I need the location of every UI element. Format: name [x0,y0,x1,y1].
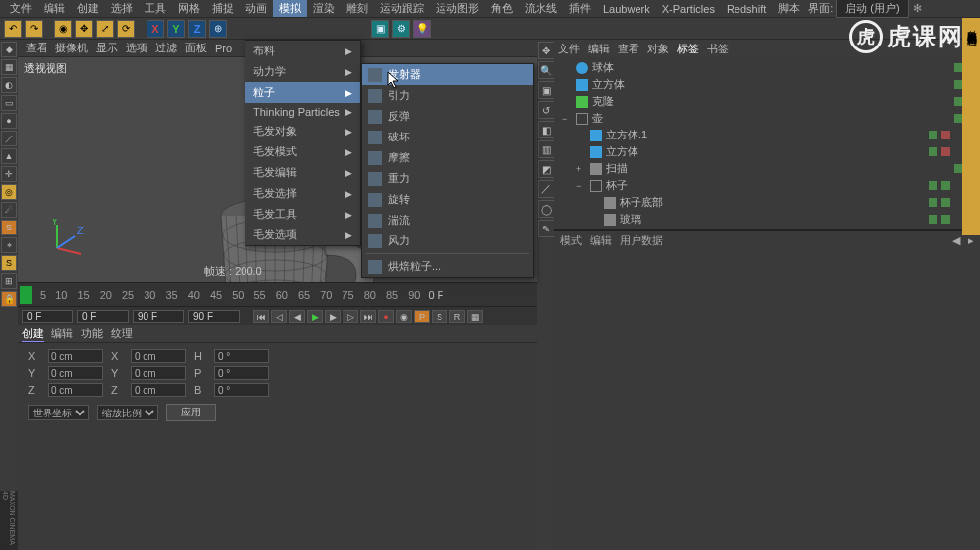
key-rot-icon[interactable]: R [449,310,465,323]
space-select[interactable]: 世界坐标 [28,405,89,420]
viewport-solo-icon[interactable]: ☄ [1,202,17,218]
object-item[interactable]: 克隆 [558,93,976,110]
range-start[interactable] [22,310,73,323]
menu-item[interactable]: 毛发工具▶ [245,204,360,225]
om-edit[interactable]: 编辑 [588,42,610,56]
zoom-icon[interactable]: 🔍 [538,61,555,79]
menu-character[interactable]: 角色 [485,0,519,17]
submenu-item[interactable]: 反弹 [362,106,533,127]
range-end[interactable] [188,310,240,323]
axis-x-toggle[interactable]: X [147,20,164,38]
workplane-lock-icon[interactable]: S [1,255,17,271]
submenu-item[interactable]: 重力 [362,168,533,189]
menu-item[interactable]: 粒子▶ [245,82,360,103]
menu-plugins[interactable]: 插件 [563,0,597,17]
knife-icon[interactable]: ／ [538,180,555,198]
size-x[interactable] [131,349,186,363]
am-nav-fwd-icon[interactable]: ▸ [968,234,974,247]
edge-mode-icon[interactable]: ／ [1,131,17,146]
om-file[interactable]: 文件 [558,42,580,56]
frame-icon[interactable]: ▣ [538,81,555,99]
axis-mode-icon[interactable]: ✛ [1,166,17,182]
select-live-icon[interactable]: ◉ [54,20,72,38]
bulb-icon[interactable]: 💡 [413,20,431,38]
scale-select[interactable]: 缩放比例 [97,405,158,420]
am-mode[interactable]: 模式 [560,233,582,248]
tab-create[interactable]: 创建 [22,326,44,342]
reset-icon[interactable]: ↺ [538,101,555,119]
next-key-icon[interactable]: ▷ [343,310,358,323]
vp-pro[interactable]: Pro [211,43,236,54]
submenu-item[interactable]: 摩擦 [362,147,533,168]
view-icon[interactable]: ◧ [538,121,555,138]
axis-y-toggle[interactable]: Y [167,20,185,38]
render-settings-icon[interactable]: ⚙ [392,20,410,38]
menu-create[interactable]: 创建 [71,0,105,17]
menu-script[interactable]: 脚本 [772,0,806,17]
menu-item[interactable]: 毛发选择▶ [245,183,360,204]
pos-y[interactable] [48,366,103,380]
prev-frame-icon[interactable]: ◀ [289,310,305,323]
gear-icon[interactable]: ✻ [913,2,922,15]
size-y[interactable] [131,366,186,380]
rot-h[interactable] [214,349,269,363]
world-axis-icon[interactable]: ⊕ [209,20,227,38]
vp-display[interactable]: 显示 [92,41,122,55]
play-icon[interactable]: ▶ [307,310,323,323]
submenu-item[interactable]: 破坏 [362,127,533,147]
menu-snap[interactable]: 捕捉 [206,0,240,17]
menu-render[interactable]: 渲染 [307,0,341,17]
rot-b[interactable] [214,383,269,397]
menu-xparticles[interactable]: X-Particles [656,2,721,16]
prev-key-icon[interactable]: ◁ [271,310,287,323]
menu-edit[interactable]: 编辑 [38,0,71,17]
object-item[interactable]: 球体 [558,59,976,76]
render-view-icon[interactable]: ▣ [371,20,389,38]
vp-camera[interactable]: 摄像机 [51,41,92,55]
key-pos-icon[interactable]: P [414,310,430,323]
key-scale-icon[interactable]: S [432,310,447,323]
om-tags[interactable]: 标签 [677,42,699,56]
submenu-item[interactable]: 风力 [362,230,533,251]
loop-icon[interactable]: ◯ [538,200,555,218]
menu-item[interactable]: 动力学▶ [245,61,360,82]
bevel-icon[interactable]: ◩ [538,160,555,178]
am-userdata[interactable]: 用户数据 [620,233,663,248]
object-item[interactable]: 玻璃 [558,211,976,228]
next-frame-icon[interactable]: ▶ [325,310,341,323]
object-item[interactable]: 杯子底部 [558,194,976,211]
scale-icon[interactable]: ⤢ [96,20,114,38]
axis-z-toggle[interactable]: Z [188,20,206,38]
tab-tex[interactable]: 纹理 [111,326,133,341]
menu-mesh[interactable]: 网格 [172,0,206,17]
am-edit[interactable]: 编辑 [590,233,612,248]
redo-icon[interactable]: ↷ [25,20,43,38]
object-item[interactable]: +扫描 [558,160,976,177]
point-mode-icon[interactable]: ● [1,113,17,129]
workplane-icon[interactable]: ▭ [1,95,17,111]
brush-icon[interactable]: ✎ [538,220,555,237]
submenu-item[interactable]: 烘焙粒子... [362,256,533,277]
om-view[interactable]: 查看 [618,42,639,56]
menu-tools[interactable]: 工具 [139,0,172,17]
menu-item[interactable]: 毛发选项▶ [245,225,360,245]
menu-item[interactable]: 毛发对象▶ [245,121,360,141]
model-mode-icon[interactable]: ▦ [1,59,17,75]
vp-filter[interactable]: 过滤 [151,41,181,55]
object-item[interactable]: 立方体 [558,143,976,160]
tab-edit[interactable]: 编辑 [51,326,73,341]
simulate-menu[interactable]: 布料▶动力学▶粒子▶Thinking Particles▶毛发对象▶毛发模式▶毛… [245,40,361,246]
texture-mode-icon[interactable]: ◐ [1,77,17,93]
playhead-icon[interactable] [20,286,32,304]
menu-item[interactable]: 布料▶ [245,41,360,61]
object-list[interactable]: 球体立方体克隆−壶立方体.1立方体+扫描−杯子杯子底部玻璃 [554,57,980,229]
submenu-item[interactable]: 旋转 [362,189,533,210]
quantize-icon[interactable]: ⊞ [1,273,17,289]
object-item[interactable]: −杯子 [558,177,976,194]
layout-dropdown[interactable]: 启动 (用户) [836,0,908,18]
nav-icon[interactable]: ✥ [538,42,555,59]
vp-panel[interactable]: 面板 [181,41,211,55]
menu-track[interactable]: 运动跟踪 [374,0,430,17]
timeline[interactable]: 51015 202530 354045 505560 657075 808590… [18,282,537,306]
menu-laubwerk[interactable]: Laubwerk [597,2,656,16]
